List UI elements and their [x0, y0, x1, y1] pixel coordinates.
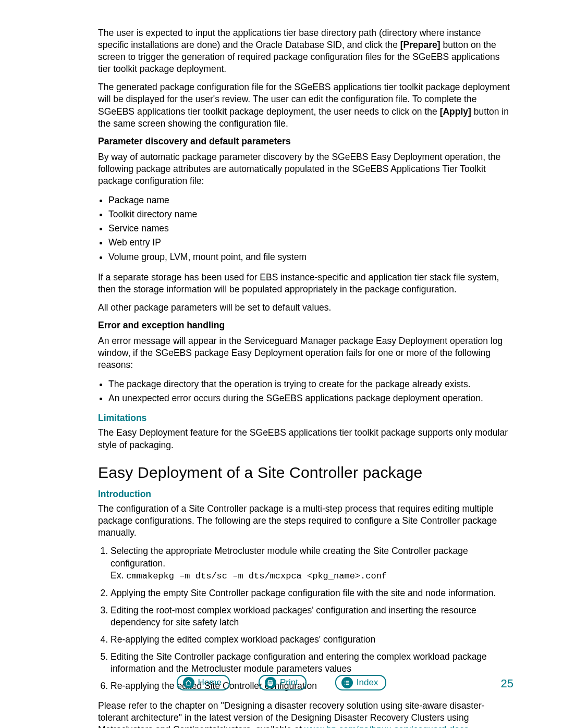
serviceguard-docs-link[interactable]: www.hp.com/go/hpux-serviceguard-docs: [304, 724, 469, 728]
parameter-bullet-list: Package name Toolkit directory name Serv…: [98, 193, 513, 264]
list-item: Toolkit directory name: [108, 207, 513, 221]
list-item: Selecting the appropriate Metrocluster m…: [111, 545, 513, 583]
print-button[interactable]: Print: [259, 675, 307, 690]
parameter-discovery-heading: Parameter discovery and default paramete…: [98, 136, 513, 147]
example-label: Ex.: [111, 570, 126, 581]
error-handling-heading: Error and exception handling: [98, 320, 513, 331]
footer-nav: Home Print Index: [0, 675, 563, 690]
index-button[interactable]: Index: [335, 675, 387, 690]
example-code: cmmakepkg –m dts/sc –m dts/mcxpca <pkg_n…: [126, 571, 387, 581]
prepare-button-label: [Prepare]: [400, 40, 440, 50]
list-item: Re-applying the edited complex workload …: [111, 634, 513, 646]
list-item: Volume group, LVM, mount point, and file…: [108, 250, 513, 264]
body-paragraph: If a separate storage has been used for …: [98, 272, 513, 295]
body-paragraph: An error message will appear in the Serv…: [98, 335, 513, 371]
body-paragraph: Please refer to the chapter on "Designin…: [98, 700, 513, 729]
step-text: Selecting the appropriate Metrocluster m…: [111, 546, 468, 569]
introduction-heading: Introduction: [98, 489, 513, 500]
body-paragraph: The Easy Deployment feature for the SGeE…: [98, 427, 513, 451]
error-bullet-list: The package directory that the operation…: [98, 377, 513, 405]
document-page: The user is expected to input the applic…: [0, 0, 563, 728]
print-icon: [265, 677, 276, 688]
list-item: Applying the empty Site Controller packa…: [111, 587, 513, 600]
page-number: 25: [501, 677, 513, 690]
list-item: Service names: [108, 221, 513, 236]
limitations-heading: Limitations: [98, 413, 513, 424]
section-title: Easy Deployment of a Site Controller pac…: [98, 464, 513, 482]
body-paragraph: By way of automatic package parameter di…: [98, 151, 513, 187]
list-item: Web entry IP: [108, 236, 513, 250]
print-label: Print: [280, 677, 298, 688]
home-label: Home: [198, 677, 222, 688]
text: .: [469, 724, 471, 728]
home-icon: [183, 677, 194, 688]
body-paragraph: All other package parameters will be set…: [98, 302, 513, 314]
list-item: Editing the Site Controller package conf…: [111, 651, 513, 675]
apply-button-label: [Apply]: [440, 106, 471, 117]
configuration-steps-list: Selecting the appropriate Metrocluster m…: [98, 545, 513, 693]
list-item: Package name: [108, 193, 513, 207]
list-item: An unexpected error occurs during the SG…: [108, 391, 513, 405]
home-button[interactable]: Home: [177, 675, 230, 690]
body-paragraph: The generated package configuration file…: [98, 81, 513, 129]
list-item: The package directory that the operation…: [108, 377, 513, 391]
body-paragraph: The configuration of a Site Controller p…: [98, 503, 513, 539]
list-item: Editing the root-most complex workload p…: [111, 604, 513, 629]
index-label: Index: [357, 677, 378, 688]
body-paragraph: The user is expected to input the applic…: [98, 27, 513, 75]
index-icon: [341, 677, 353, 688]
